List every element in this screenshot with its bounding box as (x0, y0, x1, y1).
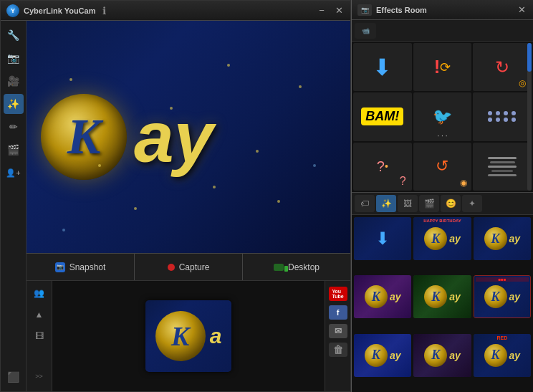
thumb-ray4-bg: K ay (354, 334, 411, 377)
arrow-down-icon: ⬇ (373, 54, 392, 81)
sidebar-settings[interactable]: 🔧 (4, 25, 24, 45)
effect-dots[interactable] (473, 92, 532, 140)
mini-film-icon[interactable]: 🎞 (30, 327, 49, 345)
star-8 (213, 186, 216, 188)
thumb-birthday-bg: HAPPY BIRTHDAY K ay (413, 217, 471, 260)
effects-top-gallery: 📹 ⬇ ! ⟳ ↻ ◎ BAM! 🐦 · · · (352, 20, 533, 192)
email-button[interactable]: ✉ (329, 324, 347, 338)
effects-camera-tool[interactable]: 📹 (355, 23, 376, 39)
title-bar: Y CyberLink YouCam ℹ − ✕ (1, 1, 350, 21)
thumb-ray3[interactable]: K ay (413, 275, 471, 318)
swirl2-icon: ↺ (436, 157, 448, 176)
effect-bird[interactable]: 🐦 · · · (413, 92, 472, 140)
delete-button[interactable]: 🗑 (329, 343, 347, 357)
effects-panel: 📷 Effects Room ✕ 📹 ⬇ ! ⟳ ↻ ◎ BAM! (351, 0, 533, 392)
thumb-ray-k6: K (365, 344, 388, 367)
thumb-k-letter: K (171, 320, 189, 352)
youtube-button[interactable]: YouTube (329, 287, 347, 301)
k-logo: K (41, 94, 127, 180)
tab-scenes[interactable]: 🎬 (419, 195, 439, 212)
snapshot-icon: 📷 (55, 262, 65, 272)
sidebar-camera[interactable]: 📷 (4, 48, 24, 68)
birthday-label: HAPPY BIRTHDAY (415, 219, 469, 223)
content-area: 🔧 📷 🎥 ✨ ✏ 🎬 👤+ ⬛ K ay (1, 21, 350, 391)
thumb-ray2-bg: K ay (354, 275, 411, 318)
thumb-ray4[interactable]: K ay (354, 334, 411, 377)
thumb-ray-red2[interactable]: RED K ay (474, 334, 531, 377)
camera-section: K ay 📷 (27, 21, 350, 391)
lines-pattern (488, 157, 517, 176)
capture-button[interactable]: Capture (135, 254, 243, 280)
thumb-ray-k1: K (424, 227, 447, 250)
thumb-ray-k2: K (484, 227, 507, 250)
thumb-a-text: a (210, 324, 222, 348)
thumb-ray-text6: ay (390, 350, 401, 361)
tab-magic[interactable]: ✦ (462, 195, 482, 212)
thumb-ray-text1: ay (449, 233, 461, 244)
effects-top-scrollbar[interactable] (527, 43, 532, 191)
thumb-ray-k3: K (365, 285, 388, 308)
thumb-ray-text2: ay (509, 233, 521, 244)
dot-icon: • (385, 161, 388, 172)
sidebar-video[interactable]: 🎥 (4, 71, 24, 91)
app-logo: Y (6, 4, 19, 17)
bottom-controls: 📷 Snapshot Capture Desktop (27, 253, 350, 280)
thumb-ray-k8: K (484, 344, 507, 367)
ray-text: ay (134, 101, 213, 173)
sidebar-eraser[interactable]: ⬛ (4, 367, 24, 387)
star-2 (98, 164, 101, 167)
qmarks-icon: ? (377, 158, 385, 175)
mini-triangle-icon[interactable]: ▲ (30, 305, 49, 324)
thumb-arrow[interactable]: ⬇ (354, 217, 411, 260)
snapshot-button[interactable]: 📷 Snapshot (27, 254, 135, 280)
thumb-ray5-bg: K ay (413, 334, 471, 377)
social-panel: YouTube f ✉ 🗑 (325, 281, 350, 391)
star-1 (69, 78, 72, 81)
effect-qmarks[interactable]: ? • ? (353, 143, 412, 191)
qmark2-icon: ? (400, 175, 406, 188)
thumb-ray-k7: K (424, 344, 447, 367)
tab-frames[interactable]: 🖼 (398, 195, 418, 212)
info-icon[interactable]: ℹ (102, 5, 106, 16)
effects-close-button[interactable]: ✕ (516, 4, 527, 16)
effect-arrow-down[interactable]: ⬇ (353, 43, 412, 91)
tab-emotions[interactable]: 😊 (441, 195, 461, 212)
record-icon (168, 264, 175, 271)
minimize-button[interactable]: − (316, 5, 327, 16)
sidebar-users[interactable]: 👤+ (4, 163, 24, 183)
bird-icon: 🐦 (433, 107, 452, 126)
thumb-arrow-bg: ⬇ (354, 217, 411, 260)
snapshot-label: Snapshot (69, 262, 106, 272)
sidebar-effects[interactable]: ✨ (4, 94, 24, 114)
thumb-ray1[interactable]: K ay (474, 217, 531, 260)
thumb-arrow-down-icon: ⬇ (375, 229, 390, 249)
effects-tabs: 🏷 ✨ 🖼 🎬 😊 ✦ (352, 192, 533, 215)
effects-grid: ⬇ ! ⟳ ↻ ◎ BAM! 🐦 · · · (352, 42, 533, 192)
thumb-birthday[interactable]: HAPPY BIRTHDAY K ay (413, 217, 471, 260)
thumb-ray-text8: ay (509, 350, 521, 361)
desktop-button[interactable]: Desktop (243, 254, 350, 280)
red-label2: RED (475, 335, 529, 340)
thumb-ray-text3: ay (390, 291, 401, 302)
effect-swirl-red[interactable]: ↻ ◎ (473, 43, 532, 91)
effect-lines[interactable] (473, 143, 532, 191)
thumb-ray-red2-bg: RED K ay (474, 334, 531, 377)
thumbnail-area: K a (52, 281, 325, 391)
sidebar-scenes[interactable]: 🎬 (4, 140, 24, 160)
sidebar-edit[interactable]: ✏ (4, 117, 24, 137)
effect-swirl2[interactable]: ↺ ◉ (413, 143, 472, 191)
tab-effects[interactable]: ✨ (376, 195, 396, 212)
effect-exclaim[interactable]: ! ⟳ (413, 43, 472, 91)
tab-stickers[interactable]: 🏷 (355, 195, 375, 212)
panels-row: 👥 ▲ 🎞 >> K a YouTube (27, 280, 350, 391)
star-9 (277, 200, 280, 203)
thumb-ray2[interactable]: K ay (354, 275, 411, 318)
mini-expand-icon[interactable]: >> (30, 367, 49, 386)
thumb-ray-text4: ay (449, 291, 461, 302)
close-button[interactable]: ✕ (333, 5, 345, 16)
thumb-ray-red[interactable]: ■■■ K ay (474, 275, 531, 318)
mini-people-icon[interactable]: 👥 (30, 284, 49, 302)
facebook-button[interactable]: f (329, 305, 347, 320)
effect-bam[interactable]: BAM! (353, 92, 412, 140)
thumb-ray5[interactable]: K ay (413, 334, 471, 377)
